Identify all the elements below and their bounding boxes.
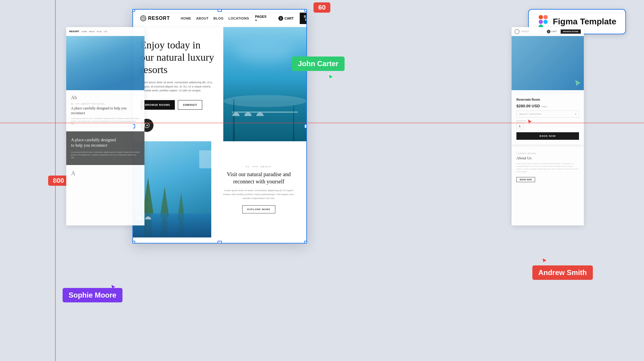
bg-frame-left: RESORT HOME ABOUT BLOG LOC Ab 01 ABOUT T… [66,27,144,225]
handle-mid-right[interactable] [304,124,307,128]
bg-right-hero-image [512,36,584,90]
hero-buttons: BROWSE ROOMS CONTACT [140,100,216,110]
bg-right-cart-icon: 1 [547,30,550,33]
main-nav-logo: RESORT [140,15,170,21]
bg-right-learn-more-label: LEARN MORE [516,152,579,154]
bg-right-cursor [575,80,581,87]
resort-logo-icon [140,15,146,21]
andrew-smith-label: Andrew Smith [532,265,593,280]
bg-right-about-section: LEARN MORE About Us Lorem ipsum dolor si… [512,148,584,187]
dimension-label-top: 60 [314,2,330,13]
svg-point-6 [543,20,548,24]
dimension-label-left: 800 [48,176,69,186]
handle-top-left[interactable] [132,9,135,12]
main-about-section: 01 ABOUT Visit our natural paradise and … [133,141,306,237]
bg-left-section-line [75,104,79,104]
bg-left-nav-links: HOME ABOUT BLOG LOC [82,31,107,32]
canvas: 60 800 RESORT HOME ABOUT BLOG LOC Ab 01 [0,0,644,361]
nav-link-about[interactable]: ABOUT [196,17,209,20]
bg-left-description: Lorem ipsum dolor sit amet, consectetur … [71,117,140,125]
about-label-text: ABOUT [261,165,272,168]
explore-more-btn[interactable]: EXPLORE MORE [242,205,275,213]
nav-pages-dropdown[interactable]: PAGES + [255,15,267,22]
bg-right-browse-btn[interactable]: BROWSE ROOMS [561,29,581,34]
reserve-price-sub: /night [541,105,547,108]
figma-logo-icon [538,15,549,28]
bg-left-content: Ab 01 ABOUT THE HOTEL A place carefully … [66,90,144,130]
nights-value: 1 [516,123,523,129]
bg-frame-right: PAGES+ 1 CART BROWSE ROOMS Reservate Roo… [512,27,584,225]
about-title: Visit our natural paradise and reconnect… [220,171,297,185]
main-nav-links: HOME ABOUT BLOG LOCATIONS [181,17,249,20]
bg-left-bottom-text: A [66,165,144,182]
main-hero-section: Enjoy today in our natural luxury resort… [133,27,306,141]
book-now-button[interactable]: BOOK NOW [516,132,579,140]
bg-right-cart-label: CART [551,30,557,32]
svg-rect-4 [539,20,543,24]
bg-left-gray-title: A place carefully designedto help you re… [71,137,140,148]
dimension-line-v [55,0,56,361]
nav-browse-rooms-btn[interactable]: BROWSE ROOMS [300,13,307,24]
hero-contact-btn[interactable]: CONTACT [178,100,202,110]
handle-bottom-left[interactable] [132,241,135,243]
reserve-price: $280.00 USD [516,104,540,108]
handle-top-center[interactable] [218,9,222,12]
cart-count-badge: 1 [278,16,283,21]
bg-right-about-desc: Lorem ipsum dolor sit amet, consectetur … [516,162,579,173]
nav-cart-label: CART [284,17,294,20]
andrew-cursor [541,257,548,265]
bg-right-nav-pages: PAGES+ [521,30,530,32]
hero-browse-rooms-btn[interactable]: BROWSE ROOMS [140,100,175,110]
bg-right-bottom-cursor [527,118,533,126]
sophie-moore-label: Sophie Moore [63,288,122,302]
nav-cart[interactable]: 1 CART [278,16,294,21]
john-cursor [327,73,335,82]
main-nav-logo-text: RESORT [148,16,170,21]
main-nav-bar: RESORT HOME ABOUT BLOG LOCATIONS PAGES +… [133,10,306,27]
reserve-select-location[interactable]: SELECT LOCATION ▾ [516,111,579,118]
bg-left-gray-section: A place carefully designedto help you re… [66,131,144,165]
john-carter-label: John Carter [292,57,345,71]
handle-mid-left[interactable] [132,124,135,128]
bg-right-cart: 1 CART [547,30,557,33]
select-location-label: SELECT LOCATION [519,113,541,115]
nights-row: 1 [516,123,579,129]
bg-left-section-label: ABOUT THE HOTEL [81,103,105,105]
hero-resort-image [223,27,306,141]
about-number: 01 [246,165,250,168]
about-section-label: 01 ABOUT [246,165,272,168]
bg-left-logo: RESORT [69,30,79,33]
main-frame: RESORT HOME ABOUT BLOG LOCATIONS PAGES +… [132,9,307,243]
bg-left-section-num: 01 [71,103,73,105]
nav-link-blog[interactable]: BLOG [213,17,224,20]
nav-link-home[interactable]: HOME [181,17,191,20]
reserve-title: Reservate Room [516,98,579,101]
bg-right-nav: PAGES+ 1 CART BROWSE ROOMS [512,27,584,36]
bg-right-about-title: About Us [516,156,579,161]
bg-left-nav: RESORT HOME ABOUT BLOG LOC [66,27,144,36]
svg-rect-2 [539,15,543,19]
figma-badge-text: Figma Template [553,17,616,26]
bg-left-hero-image [66,36,144,90]
bg-left-title: A place carefully designed to help you r… [71,106,140,115]
bg-right-logo-icon [515,29,519,34]
bg-left-about-heading: Ab [71,95,140,100]
about-description: Lorem ipsum dolor sit amet, consectetur … [220,189,297,200]
hero-content-left: Enjoy today in our natural luxury resort… [133,27,223,141]
svg-rect-3 [543,15,548,19]
nav-link-locations[interactable]: LOCATIONS [228,17,249,20]
about-label-line [252,167,258,167]
nights-label: NIGHTS: [516,120,579,122]
handle-bottom-center[interactable] [218,241,222,243]
hero-title: Enjoy today in our natural luxury resort… [140,39,216,76]
handle-bottom-right[interactable] [304,241,307,243]
resort-photo [223,27,306,141]
dimension-line-h [0,123,644,123]
bg-right-book-now-btn[interactable]: BOOK NOW [516,177,535,182]
bg-right-reserve-card: Reservate Room $280.00 USD /night SELECT… [512,93,584,145]
nav-pages-label: PAGES + [255,15,267,22]
handle-top-right[interactable] [304,9,307,12]
hero-subtitle: Lorem ipsum dolor sit amet, consectetur … [140,81,216,93]
about-image-left [133,141,211,237]
select-chevron-icon: ▾ [575,113,576,115]
